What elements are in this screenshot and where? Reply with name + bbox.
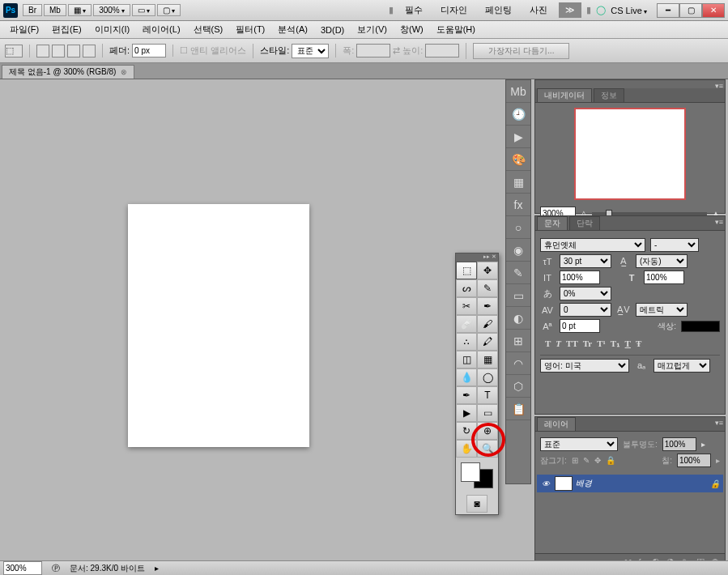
tools-collapse-icon[interactable]: ▸▸ ✕ bbox=[456, 253, 498, 262]
layer-thumbnail[interactable] bbox=[555, 476, 573, 491]
navigator-tab[interactable]: 내비게이터 bbox=[537, 88, 592, 102]
subscript-button[interactable]: T₁ bbox=[611, 339, 620, 349]
arrange-dropdown[interactable]: ▭ bbox=[132, 4, 155, 16]
adjustments-panel-icon[interactable]: ◐ bbox=[506, 307, 530, 330]
lasso-tool[interactable]: ᔕ bbox=[456, 279, 477, 297]
menu-window[interactable]: 창(W) bbox=[395, 22, 428, 37]
swatches-panel-icon[interactable]: 🎨 bbox=[506, 148, 530, 171]
opacity-arrow-icon[interactable]: ▸ bbox=[701, 440, 705, 449]
menu-select[interactable]: 선택(S) bbox=[189, 22, 228, 37]
pen-tool[interactable]: ✒ bbox=[456, 386, 477, 404]
menu-help[interactable]: 도움말(H) bbox=[432, 22, 480, 37]
color-swatches[interactable] bbox=[459, 461, 495, 490]
style-select[interactable]: 표준 bbox=[292, 44, 329, 58]
pathselect-tool[interactable]: ▶ bbox=[456, 404, 477, 422]
workspace-more[interactable]: ≫ bbox=[559, 2, 581, 18]
measurelog-panel-icon[interactable]: 📋 bbox=[506, 398, 530, 420]
lock-position-icon[interactable]: ✥ bbox=[594, 456, 601, 465]
eraser-tool[interactable]: ◫ bbox=[456, 351, 477, 368]
panel-menu-icon[interactable]: ▾≡ bbox=[715, 419, 723, 427]
bridge-button[interactable]: Br bbox=[23, 4, 42, 16]
menu-analysis[interactable]: 분석(A) bbox=[273, 22, 313, 37]
fill-arrow-icon[interactable]: ▸ bbox=[716, 456, 720, 465]
layer-row-background[interactable]: 👁 배경 🔒 bbox=[537, 475, 723, 492]
masks-panel-icon[interactable]: ▭ bbox=[506, 284, 530, 307]
vscale-input[interactable] bbox=[560, 270, 600, 284]
3drotate-tool[interactable]: ↻ bbox=[456, 422, 477, 440]
add-selection-button[interactable] bbox=[52, 45, 65, 58]
paragraph-tab[interactable]: 단락 bbox=[569, 216, 600, 230]
intersect-selection-button[interactable] bbox=[83, 45, 96, 58]
text-color-swatch[interactable] bbox=[681, 321, 720, 332]
marquee-tool[interactable]: ⬚ bbox=[456, 262, 477, 279]
workspace-tab-photo[interactable]: 사진 bbox=[523, 2, 554, 19]
status-doc-info[interactable]: 문서: 29.3K/0 바이트 bbox=[70, 563, 145, 574]
character-tab[interactable]: 문자 bbox=[537, 216, 568, 230]
kerning-select[interactable]: 0 bbox=[560, 303, 611, 317]
workspace-tab-painting[interactable]: 페인팅 bbox=[479, 2, 518, 19]
navigator-zoom-slider[interactable] bbox=[592, 212, 707, 215]
3dcamera-tool[interactable]: ⊕ bbox=[477, 422, 498, 440]
paths-panel-icon[interactable]: ◠ bbox=[506, 352, 530, 375]
brushpresets-panel-icon[interactable]: ◉ bbox=[506, 239, 530, 262]
historybrush-tool[interactable]: 🖍 bbox=[477, 333, 498, 351]
tool-preset-button[interactable]: ⬚ bbox=[5, 45, 23, 58]
clonestamp-tool[interactable]: ⛬ bbox=[456, 333, 477, 351]
minibridge-button[interactable]: Mb bbox=[44, 4, 66, 16]
quickselect-tool[interactable]: ✎ bbox=[477, 279, 498, 297]
zoom-dropdown[interactable]: 300% bbox=[93, 4, 130, 16]
styles-panel-icon[interactable]: ▦ bbox=[506, 171, 530, 194]
cslive-button[interactable]: CS Live bbox=[611, 6, 647, 15]
panel-menu-icon[interactable]: ▾≡ bbox=[715, 218, 723, 226]
strikethrough-button[interactable]: Ŧ bbox=[636, 339, 641, 349]
lock-all-icon[interactable]: 🔒 bbox=[606, 456, 615, 465]
minimize-button[interactable]: ━ bbox=[657, 3, 679, 18]
clonesource-panel-icon[interactable]: ✎ bbox=[506, 262, 530, 284]
brushes-panel-icon[interactable]: ○ bbox=[506, 216, 530, 239]
gradient-tool[interactable]: ▦ bbox=[477, 351, 498, 368]
faux-italic-button[interactable]: T bbox=[556, 339, 561, 349]
info-tab[interactable]: 정보 bbox=[594, 88, 624, 102]
history-panel-icon[interactable]: 🕘 bbox=[506, 103, 530, 126]
crop-tool[interactable]: ✂ bbox=[456, 297, 477, 315]
font-style-select[interactable]: - bbox=[650, 238, 699, 252]
blend-mode-select[interactable]: 표준 bbox=[540, 437, 618, 451]
eyedropper-tool[interactable]: ✒ bbox=[477, 297, 498, 315]
document-tab[interactable]: 제목 없음-1 @ 300% (RGB/8) ⊗ bbox=[2, 65, 134, 79]
status-arrow-icon[interactable]: ▸ bbox=[155, 564, 159, 573]
leading-select[interactable]: (자동) bbox=[636, 254, 688, 268]
font-size-select[interactable]: 30 pt bbox=[560, 254, 611, 268]
foreground-color-swatch[interactable] bbox=[461, 462, 480, 482]
fx-panel-icon[interactable]: fx bbox=[506, 194, 530, 216]
type-tool[interactable]: T bbox=[477, 386, 498, 404]
menu-view[interactable]: 보기(V) bbox=[352, 22, 392, 37]
dodge-tool[interactable]: ◯ bbox=[477, 368, 498, 386]
canvas[interactable] bbox=[128, 204, 309, 447]
hscale-input[interactable] bbox=[644, 270, 684, 284]
subtract-selection-button[interactable] bbox=[67, 45, 80, 58]
smallcaps-button[interactable]: Tr bbox=[583, 339, 592, 349]
move-tool[interactable]: ✥ bbox=[477, 262, 498, 279]
new-selection-button[interactable] bbox=[36, 45, 49, 58]
panel-menu-icon[interactable]: ▾≡ bbox=[715, 82, 723, 90]
minibridge-panel-icon[interactable]: Mb bbox=[506, 80, 530, 103]
menu-layer[interactable]: 레이어(L) bbox=[138, 22, 185, 37]
menu-file[interactable]: 파일(F) bbox=[5, 22, 44, 37]
close-doc-icon[interactable]: ⊗ bbox=[121, 68, 127, 76]
workspace-tab-design[interactable]: 디자인 bbox=[434, 2, 474, 19]
feather-input[interactable] bbox=[132, 44, 166, 58]
shape-tool[interactable]: ▭ bbox=[477, 404, 498, 422]
antialiasing-select[interactable]: 매끄럽게 bbox=[653, 359, 710, 373]
baseline-input[interactable] bbox=[560, 319, 600, 333]
actions-panel-icon[interactable]: ▶ bbox=[506, 126, 530, 148]
tracking-select[interactable]: 0% bbox=[560, 287, 611, 300]
superscript-button[interactable]: T¹ bbox=[597, 339, 606, 349]
view-extras-dropdown[interactable]: ▦ bbox=[68, 4, 92, 16]
channels-panel-icon[interactable]: ⊞ bbox=[506, 330, 530, 352]
navigator-thumbnail[interactable] bbox=[574, 108, 686, 200]
healingbrush-tool[interactable]: 🩹 bbox=[456, 315, 477, 333]
language-select[interactable]: 영어: 미국 bbox=[540, 359, 629, 373]
layers-tab[interactable]: 레이어 bbox=[537, 417, 576, 431]
maximize-button[interactable]: ▢ bbox=[679, 3, 702, 18]
3d-panel-icon[interactable]: ⬡ bbox=[506, 375, 530, 398]
